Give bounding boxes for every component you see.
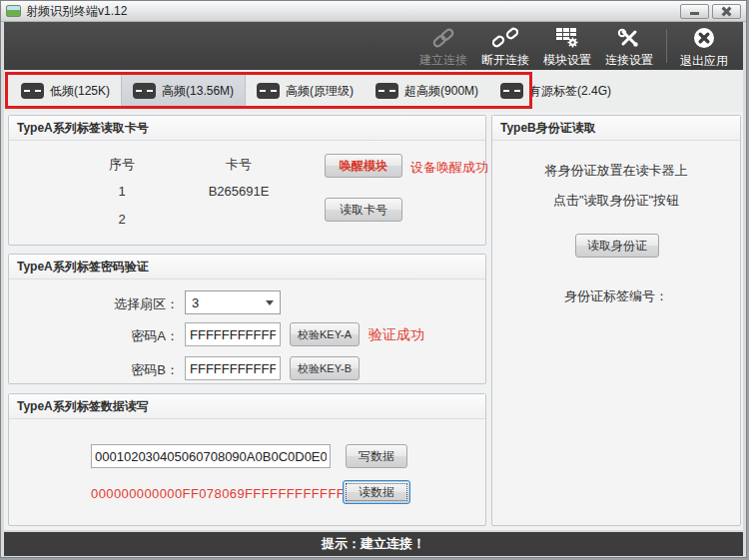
tab-high-freq-principle[interactable]: 高频(原理级)	[246, 73, 365, 109]
tab-uhf-900m[interactable]: 超高频(900M)	[365, 73, 489, 109]
key-a-input[interactable]	[185, 322, 281, 346]
broken-chain-link-icon	[492, 27, 518, 52]
rfid-tag-icon	[375, 83, 398, 99]
status-text: 提示：建立连接！	[322, 535, 425, 553]
key-a-label: 密码A：	[94, 327, 179, 345]
rfid-tag-icon	[500, 83, 523, 99]
typeb-group: TypeB身份证读取 将身份证放置在读卡器上 点击"读取身份证"按钮 读取身份证…	[491, 115, 741, 526]
table-row-card: B265691E	[184, 184, 294, 199]
toolbar-connection-settings-label: 连接设置	[605, 54, 653, 66]
frequency-tabstrip: 低频(125K) 高频(13.56M) 高频(原理级) 超高频(900M) 有源…	[4, 70, 743, 112]
toolbar-module-settings-label: 模块设置	[543, 54, 591, 66]
rfid-tag-icon	[21, 83, 44, 99]
verify-key-b-button[interactable]: 校验KEY-B	[290, 356, 360, 380]
typeb-instruction-line1: 将身份证放置在读卡器上	[492, 162, 740, 180]
close-button[interactable]	[712, 4, 741, 19]
app-icon	[6, 5, 21, 17]
tab-label: 超高频(900M)	[404, 83, 478, 100]
rfid-tag-icon	[133, 83, 156, 99]
write-data-button[interactable]: 写数据	[346, 444, 407, 468]
toolbar-exit-label: 退出应用	[680, 55, 728, 67]
verify-key-a-button[interactable]: 校验KEY-A	[290, 322, 360, 346]
column-header-serial: 序号	[97, 156, 147, 174]
typea-read-group: TypeA系列标签读取卡号 序号 卡号 1 B265691E 2 唤醒模块 设备…	[8, 115, 486, 246]
tab-high-freq-1356m[interactable]: 高频(13.56M)	[121, 73, 246, 109]
app-window: 射频识别终端v1.12 建立连接 断开连接 模块设置	[0, 0, 747, 558]
write-data-input[interactable]	[91, 444, 331, 468]
toolbar: 建立连接 断开连接 模块设置 连接设置 退出应用	[4, 22, 743, 70]
typeb-title: TypeB身份证读取	[492, 116, 740, 141]
toolbar-module-settings[interactable]: 模块设置	[536, 24, 598, 68]
status-bar: 提示：建立连接！	[4, 532, 743, 556]
tab-label: 高频(原理级)	[286, 83, 354, 100]
window-title: 射频识别终端v1.12	[26, 3, 127, 20]
minimize-icon	[690, 12, 699, 15]
typea-read-title: TypeA系列标签读取卡号	[9, 116, 485, 141]
read-data-button[interactable]: 读数据	[343, 480, 410, 504]
read-id-card-button[interactable]: 读取身份证	[575, 234, 659, 258]
toolbar-connection-settings[interactable]: 连接设置	[598, 24, 660, 68]
typea-data-group: TypeA系列标签数据读写 写数据 000000000000FF078069FF…	[8, 393, 486, 526]
sector-label: 选择扇区：	[94, 295, 179, 313]
chevron-down-icon	[266, 300, 274, 305]
key-b-label: 密码B：	[94, 361, 179, 379]
toolbar-disconnect[interactable]: 断开连接	[474, 24, 536, 68]
minimize-button[interactable]	[680, 4, 709, 19]
titlebar: 射频识别终端v1.12	[1, 1, 746, 22]
typea-verify-title: TypeA系列标签密码验证	[9, 255, 485, 280]
sector-select[interactable]: 3	[185, 290, 281, 314]
toolbar-disconnect-label: 断开连接	[481, 54, 529, 66]
wrench-screwdriver-icon	[617, 27, 641, 52]
wake-status-text: 设备唤醒成功	[410, 159, 488, 177]
circle-x-icon	[692, 26, 716, 53]
verify-status-text: 验证成功	[369, 326, 424, 344]
toolbar-exit[interactable]: 退出应用	[673, 24, 735, 68]
toolbar-connect-label: 建立连接	[419, 54, 467, 66]
toolbar-separator	[666, 29, 667, 63]
chain-link-icon	[430, 27, 456, 52]
tab-low-freq-125k[interactable]: 低频(125K)	[10, 73, 121, 109]
typeb-instruction-line2: 点击"读取身份证"按钮	[492, 192, 740, 210]
grid-gear-icon	[555, 27, 579, 52]
table-row-serial: 1	[97, 184, 147, 199]
tab-label: 高频(13.56M)	[162, 83, 234, 100]
toolbar-connect[interactable]: 建立连接	[412, 24, 474, 68]
rfid-tag-icon	[257, 83, 280, 99]
read-card-button[interactable]: 读取卡号	[325, 198, 402, 222]
typea-verify-group: TypeA系列标签密码验证 选择扇区： 3 密码A： 校验KEY-A 验证成功 …	[8, 254, 486, 384]
tab-label: 低频(125K)	[50, 83, 110, 100]
tab-label: 有源标签(2.4G)	[529, 83, 611, 100]
table-row-serial: 2	[97, 212, 147, 227]
read-data-value: 000000000000FF078069FFFFFFFFFFFF	[91, 486, 345, 501]
sector-selected-value: 3	[192, 295, 199, 310]
column-header-card: 卡号	[199, 156, 279, 174]
wake-module-button[interactable]: 唤醒模块	[325, 154, 402, 178]
close-icon	[722, 7, 731, 16]
key-b-input[interactable]	[185, 356, 281, 380]
main-content: TypeA系列标签读取卡号 序号 卡号 1 B265691E 2 唤醒模块 设备…	[4, 112, 743, 530]
typea-data-title: TypeA系列标签数据读写	[9, 394, 485, 419]
tab-active-tag-24g[interactable]: 有源标签(2.4G)	[489, 73, 622, 109]
id-tag-number-label: 身份证标签编号：	[492, 287, 740, 305]
